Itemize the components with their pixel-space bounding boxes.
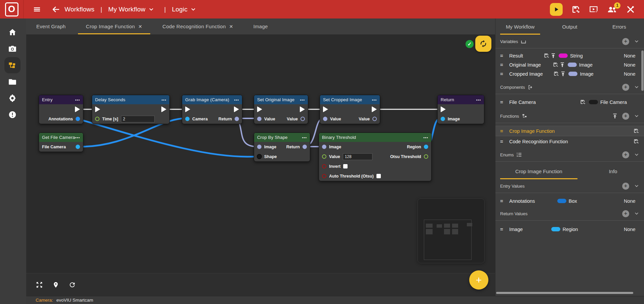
node-menu-icon[interactable]: ••• xyxy=(161,98,166,102)
node-crop-by-shape[interactable]: Crop By Shape••• ImageReturn Shape xyxy=(254,132,310,162)
value-out-pin[interactable] xyxy=(372,117,377,121)
collapse-variables-icon[interactable] xyxy=(634,39,639,44)
value-in-pin[interactable] xyxy=(257,117,261,121)
save-link-icon[interactable] xyxy=(553,62,559,67)
tab-image[interactable]: Image xyxy=(243,18,278,34)
save-link-icon[interactable] xyxy=(544,53,550,58)
chevron-down-icon[interactable] xyxy=(148,6,154,12)
add-return-value-button[interactable]: + xyxy=(622,210,629,217)
return-out-pin[interactable] xyxy=(235,117,239,121)
back-arrow-icon[interactable] xyxy=(52,5,60,13)
variable-row[interactable]: = Cropped Image Image None xyxy=(495,69,644,78)
fit-view-icon[interactable] xyxy=(36,281,43,289)
sidebar-item-files[interactable] xyxy=(4,74,21,90)
image-in-pin[interactable] xyxy=(322,145,326,149)
users-icon[interactable]: 1 xyxy=(607,5,617,14)
node-graph-canvas[interactable]: Entry••• Annotations Delay Seconds••• Ti… xyxy=(26,35,495,296)
component-row[interactable]: = File Camera File Camera xyxy=(495,98,644,107)
node-menu-icon[interactable]: ••• xyxy=(372,98,377,102)
tab-crop-image-function[interactable]: Crop Image Function ✕ xyxy=(76,18,153,34)
drag-handle[interactable]: = xyxy=(500,99,506,105)
value-out-pin[interactable] xyxy=(300,117,305,121)
add-enum-button[interactable]: + xyxy=(622,151,629,158)
menu-icon[interactable] xyxy=(33,5,41,13)
mode-dropdown[interactable]: Logic xyxy=(172,6,188,13)
collapse-return-values-icon[interactable] xyxy=(634,211,639,216)
breadcrumb-workflows[interactable]: Workflows xyxy=(65,6,94,13)
node-set-original-image[interactable]: Set Original Image••• ValueValue xyxy=(254,95,308,124)
return-out-pin[interactable] xyxy=(303,145,307,149)
image-in-pin[interactable] xyxy=(257,145,261,149)
node-menu-icon[interactable]: ••• xyxy=(75,98,80,102)
node-menu-icon[interactable]: ••• xyxy=(302,136,307,139)
publish-icon[interactable] xyxy=(551,53,556,58)
import-function-icon[interactable] xyxy=(612,113,617,119)
variable-row[interactable]: = Result String None xyxy=(495,51,644,60)
drag-handle[interactable]: = xyxy=(500,128,506,134)
node-binary-threshold[interactable]: Binary Threshold••• ImageRegion ValueOts… xyxy=(319,132,432,181)
annotations-out-pin[interactable] xyxy=(76,117,80,121)
drag-handle[interactable]: = xyxy=(500,53,506,59)
value-in-pin[interactable] xyxy=(323,117,327,121)
auto-threshold-checkbox[interactable] xyxy=(376,174,381,178)
time-value-input[interactable] xyxy=(121,116,155,122)
function-row-code-recognition[interactable]: = Code Recognition Function xyxy=(495,136,644,147)
return-value-row[interactable]: = Image Region None xyxy=(495,225,644,234)
sidebar-item-camera[interactable] xyxy=(4,41,21,57)
refresh-icon[interactable] xyxy=(69,281,76,289)
exec-out-pin[interactable] xyxy=(75,106,80,112)
exec-out-pin[interactable] xyxy=(234,106,239,112)
node-get-file-camera[interactable]: Get File Camera••• File Camera xyxy=(39,132,83,152)
entry-value-row[interactable]: = Annotations Box None xyxy=(495,196,644,205)
otsu-threshold-out-pin[interactable] xyxy=(424,154,428,159)
auto-threshold-in-pin[interactable] xyxy=(322,174,326,178)
exec-in-pin[interactable] xyxy=(323,106,328,112)
location-pin-icon[interactable] xyxy=(52,281,59,289)
run-workflow-button[interactable] xyxy=(550,3,563,16)
node-menu-icon[interactable]: ••• xyxy=(300,98,305,102)
close-tab-icon[interactable]: ✕ xyxy=(229,24,233,29)
app-logo[interactable]: O xyxy=(0,0,24,18)
add-entry-value-button[interactable]: + xyxy=(622,183,629,190)
collapse-enums-icon[interactable] xyxy=(634,152,639,157)
screen-settings-icon[interactable] xyxy=(589,5,598,14)
save-link-icon[interactable] xyxy=(571,5,580,14)
exec-in-pin[interactable] xyxy=(95,106,100,112)
invert-checkbox[interactable] xyxy=(343,164,348,168)
publish-icon[interactable] xyxy=(561,71,565,76)
drag-handle[interactable]: = xyxy=(500,198,506,204)
node-menu-icon[interactable]: ••• xyxy=(234,98,239,102)
exec-in-pin[interactable] xyxy=(185,106,190,112)
chevron-down-icon-2[interactable] xyxy=(190,6,196,12)
node-return[interactable]: Return••• Image xyxy=(437,95,484,124)
exec-in-pin[interactable] xyxy=(441,106,446,112)
node-grab-image[interactable]: Grab Image (Camera)••• CameraReturn xyxy=(182,95,242,124)
vertical-scrollbar[interactable] xyxy=(641,50,644,91)
save-link-icon[interactable] xyxy=(634,139,639,144)
region-out-pin[interactable] xyxy=(424,145,428,149)
sync-button[interactable] xyxy=(475,36,491,52)
node-menu-icon[interactable]: ••• xyxy=(476,98,481,102)
drag-handle[interactable]: = xyxy=(500,139,506,144)
add-component-button[interactable]: + xyxy=(622,84,629,91)
tab-event-graph[interactable]: Event Graph xyxy=(26,18,76,34)
exec-out-pin[interactable] xyxy=(300,106,305,112)
panel-tab-my-workflow[interactable]: My Workflow xyxy=(495,18,545,35)
close-tab-icon[interactable]: ✕ xyxy=(138,24,142,29)
node-menu-icon[interactable]: ••• xyxy=(423,136,428,139)
shape-in-pin[interactable] xyxy=(257,154,261,159)
collapse-entry-values-icon[interactable] xyxy=(634,183,639,189)
node-set-cropped-image[interactable]: Set Cropped Image••• ValueValue xyxy=(320,95,380,124)
tools-icon[interactable] xyxy=(626,5,635,14)
detail-tab-info[interactable]: Info xyxy=(582,163,644,179)
save-link-icon[interactable] xyxy=(580,100,586,105)
sidebar-item-alerts[interactable] xyxy=(4,107,21,123)
sidebar-item-workflows[interactable] xyxy=(4,57,21,73)
add-node-button[interactable]: + xyxy=(469,270,488,290)
image-in-pin[interactable] xyxy=(441,117,445,121)
function-row-crop-image[interactable]: = Crop Image Function xyxy=(495,126,644,136)
save-link-icon[interactable] xyxy=(634,128,639,134)
panel-tab-errors[interactable]: Errors xyxy=(595,18,644,35)
save-link-icon[interactable] xyxy=(554,71,559,76)
invert-in-pin[interactable] xyxy=(322,164,326,168)
